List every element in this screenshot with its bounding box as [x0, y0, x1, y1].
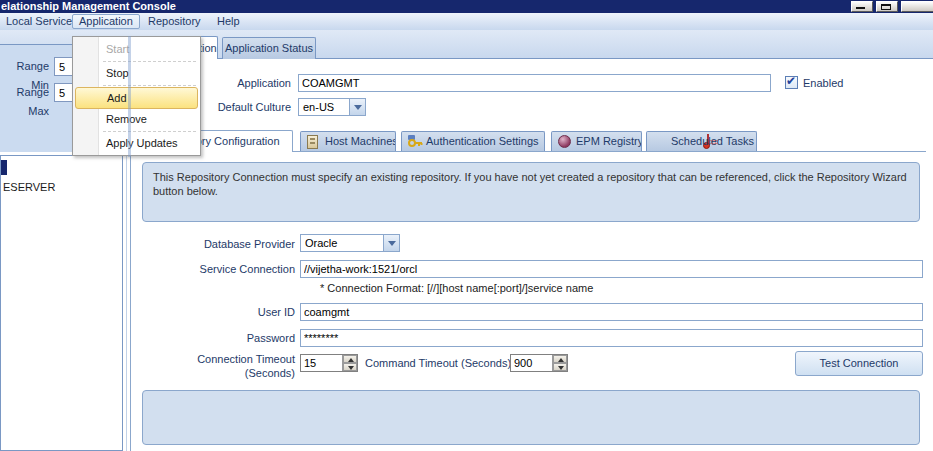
- database-provider-label: Database Provider: [155, 235, 295, 253]
- user-id-input[interactable]: [300, 303, 923, 321]
- spin-down-button[interactable]: [553, 363, 567, 371]
- test-connection-button[interactable]: Test Connection: [795, 351, 923, 376]
- menu-item-start[interactable]: Start: [73, 39, 200, 60]
- menu-item-remove[interactable]: Remove: [73, 109, 200, 130]
- title-bar: elationship Management Console: [0, 0, 933, 13]
- range-max-label: Range Max: [0, 83, 49, 121]
- key-icon: [407, 135, 423, 150]
- connection-timeout-label: Connection Timeout (Seconds): [185, 352, 295, 380]
- password-label: Password: [155, 329, 295, 347]
- user-id-label: User ID: [155, 303, 295, 321]
- minimize-icon: [856, 7, 865, 9]
- default-culture-select[interactable]: en-US: [298, 98, 366, 116]
- splitter-line[interactable]: [126, 155, 127, 451]
- menu-application[interactable]: Application: [72, 14, 140, 29]
- maximize-icon: [881, 4, 891, 10]
- menu-separator: [103, 85, 196, 86]
- command-timeout-value: 900: [514, 355, 532, 371]
- repository-info-text: This Repository Connection must specify …: [143, 163, 919, 205]
- spin-up-button[interactable]: [343, 355, 357, 363]
- default-culture-value: en-US: [303, 99, 334, 115]
- repository-info-box: This Repository Connection must specify …: [142, 162, 920, 222]
- chevron-down-icon: [388, 241, 396, 246]
- server-list-item[interactable]: ESERVER: [3, 181, 55, 193]
- application-input[interactable]: [298, 74, 771, 92]
- app-window: elationship Management Console Local Ser…: [0, 0, 933, 451]
- maximize-button[interactable]: [876, 1, 898, 12]
- service-connection-label: Service Connection: [155, 260, 295, 278]
- application-menu-popup: Start Stop Add Remove Apply Updates: [72, 36, 201, 156]
- server-icon: [307, 135, 318, 149]
- connection-timeout-value: 15: [304, 355, 316, 371]
- dropdown-button[interactable]: [349, 99, 365, 115]
- connection-timeout-spinner[interactable]: 15: [300, 354, 358, 372]
- tab-authentication-settings[interactable]: Authentication Settings: [401, 131, 545, 151]
- arrow-down-icon: [558, 366, 564, 370]
- arrow-up-icon: [558, 358, 564, 362]
- enabled-label: Enabled: [803, 76, 843, 90]
- menu-bar: Local Service Application Repository Hel…: [0, 13, 933, 30]
- tab-epm-registry[interactable]: EPM Registry: [551, 131, 642, 151]
- spin-down-button[interactable]: [343, 363, 357, 371]
- menu-local-service[interactable]: Local Service: [0, 14, 78, 29]
- window-title: elationship Management Console: [1, 0, 176, 13]
- command-timeout-spinner[interactable]: 900: [510, 354, 568, 372]
- minimize-button[interactable]: [851, 1, 873, 12]
- spin-up-button[interactable]: [553, 355, 567, 363]
- menu-separator: [103, 131, 196, 132]
- dropdown-button[interactable]: [383, 235, 399, 251]
- chevron-down-icon: [354, 105, 362, 110]
- bottom-panel-box: [142, 390, 920, 445]
- tab-scheduled-tasks[interactable]: Scheduled Tasks: [646, 131, 757, 151]
- menu-transparency-artifact: [128, 36, 131, 157]
- check-icon: ✔: [786, 74, 796, 88]
- database-provider-select[interactable]: Oracle: [300, 234, 400, 252]
- service-connection-input[interactable]: [300, 260, 923, 278]
- arrow-down-icon: [348, 366, 354, 370]
- menu-repository[interactable]: Repository: [142, 14, 207, 29]
- server-list-panel: ESERVER: [0, 155, 123, 451]
- enabled-checkbox[interactable]: ✔: [785, 76, 798, 89]
- close-button[interactable]: [901, 1, 933, 12]
- connection-format-note: * Connection Format: [//][host name[:por…: [320, 282, 593, 294]
- registry-sphere-icon: [558, 135, 571, 148]
- menu-item-stop[interactable]: Stop: [73, 63, 200, 84]
- menu-item-add[interactable]: Add: [75, 87, 198, 109]
- menu-separator: [103, 61, 196, 62]
- tab-host-machines[interactable]: Host Machines: [300, 131, 396, 151]
- menu-help[interactable]: Help: [211, 14, 246, 29]
- arrow-up-icon: [348, 358, 354, 362]
- tab-application-status[interactable]: Application Status: [222, 37, 316, 59]
- password-input[interactable]: [300, 329, 923, 347]
- menu-item-apply-updates[interactable]: Apply Updates: [73, 133, 200, 154]
- database-provider-value: Oracle: [305, 235, 337, 251]
- command-timeout-label: Command Timeout (Seconds): [365, 354, 511, 372]
- selected-item-fragment[interactable]: [1, 160, 7, 175]
